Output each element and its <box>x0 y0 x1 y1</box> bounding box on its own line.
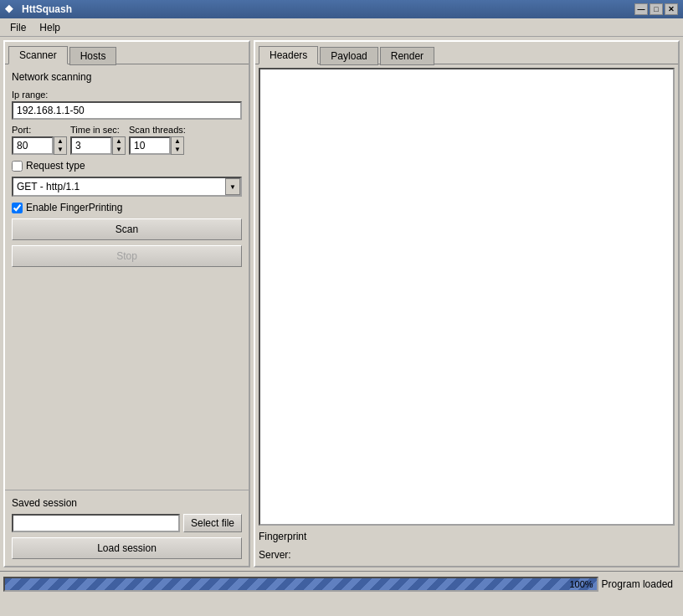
window-controls: — □ ✕ <box>634 3 678 15</box>
menu-help[interactable]: Help <box>33 20 67 35</box>
threads-down-button[interactable]: ▼ <box>172 146 183 154</box>
progress-bar-container: 100% <box>3 577 598 592</box>
tab-hosts[interactable]: Hosts <box>69 47 117 65</box>
main-window: Scanner Hosts Network scanning Ip range:… <box>0 37 683 571</box>
port-spinner: ▲ ▼ <box>12 136 67 155</box>
right-panel: Headers Payload Render Fingerprint Serve… <box>254 40 680 567</box>
ip-range-label: Ip range: <box>12 90 242 100</box>
minimize-button[interactable]: — <box>634 3 648 15</box>
threads-up-button[interactable]: ▲ <box>172 137 183 146</box>
saved-session-section: Saved session Select file Load session <box>5 490 249 566</box>
fingerprint-checkbox[interactable] <box>12 203 23 213</box>
right-tab-content: Fingerprint Server: <box>255 64 678 566</box>
threads-spinner: ▲ ▼ <box>129 136 186 155</box>
request-type-row: Request type <box>12 160 242 172</box>
tab-payload[interactable]: Payload <box>320 47 377 65</box>
time-down-button[interactable]: ▼ <box>113 146 125 154</box>
time-group: Time in sec: ▲ ▼ <box>70 125 126 155</box>
left-tab-bar: Scanner Hosts <box>5 42 249 64</box>
title-bar: ◆ HttSquash — □ ✕ <box>0 0 683 18</box>
ip-range-input[interactable] <box>12 101 242 120</box>
headers-text-area[interactable] <box>259 68 675 526</box>
left-panel: Scanner Hosts Network scanning Ip range:… <box>3 40 250 567</box>
scanner-tab-content: Network scanning Ip range: Port: ▲ ▼ <box>5 64 249 490</box>
fingerprint-row: Enable FingerPrinting <box>12 202 242 213</box>
load-session-button[interactable]: Load session <box>12 537 242 559</box>
progress-bar-fill <box>5 578 597 590</box>
server-label: Server: <box>259 549 300 561</box>
port-time-threads-row: Port: ▲ ▼ Time in sec: ▲ <box>12 125 242 155</box>
progress-text: 100% <box>569 579 593 589</box>
stop-button[interactable]: Stop <box>12 245 242 267</box>
port-down-button[interactable]: ▼ <box>54 146 66 154</box>
status-bar: 100% Program loaded <box>0 571 683 596</box>
port-input[interactable] <box>12 136 54 155</box>
request-type-checkbox[interactable] <box>12 161 23 172</box>
fingerprint-label: Enable FingerPrinting <box>26 202 122 213</box>
file-row: Select file <box>12 514 242 532</box>
saved-session-label: Saved session <box>12 497 242 509</box>
threads-spinner-btns: ▲ ▼ <box>171 136 184 155</box>
network-scanning-title: Network scanning <box>12 71 242 83</box>
menu-bar: File Help <box>0 18 683 37</box>
fingerprint-info-label: Fingerprint <box>259 531 317 542</box>
threads-group: Scan threads: ▲ ▼ <box>129 125 186 155</box>
window-title: HttSquash <box>22 3 72 15</box>
port-label: Port: <box>12 125 67 135</box>
right-tab-bar: Headers Payload Render <box>255 42 678 64</box>
tab-headers[interactable]: Headers <box>259 46 318 64</box>
file-path-input[interactable] <box>12 514 180 532</box>
threads-input[interactable] <box>129 136 171 155</box>
close-button[interactable]: ✕ <box>665 3 678 15</box>
server-row: Server: <box>259 547 675 562</box>
request-type-dropdown[interactable]: GET - http/1.1 <box>12 177 242 197</box>
app-icon: ◆ <box>5 3 18 16</box>
tab-scanner[interactable]: Scanner <box>8 46 68 64</box>
tab-render[interactable]: Render <box>380 47 434 65</box>
request-type-label: Request type <box>26 160 85 172</box>
threads-label: Scan threads: <box>129 125 186 135</box>
time-input[interactable] <box>70 136 112 155</box>
maximize-button[interactable]: □ <box>650 3 663 15</box>
menu-file[interactable]: File <box>3 20 33 35</box>
port-up-button[interactable]: ▲ <box>54 137 66 146</box>
title-left: ◆ HttSquash <box>5 3 72 16</box>
time-spinner-btns: ▲ ▼ <box>112 136 126 155</box>
port-group: Port: ▲ ▼ <box>12 125 67 155</box>
request-type-dropdown-container: GET - http/1.1 ▼ <box>12 177 242 197</box>
spacer <box>12 272 242 483</box>
ip-range-group: Ip range: <box>12 90 242 120</box>
status-text: Program loaded <box>602 578 680 590</box>
scan-button[interactable]: Scan <box>12 218 242 240</box>
fingerprint-info-row: Fingerprint <box>259 529 675 544</box>
time-label: Time in sec: <box>70 125 126 135</box>
select-file-button[interactable]: Select file <box>183 514 242 532</box>
time-spinner: ▲ ▼ <box>70 136 126 155</box>
port-spinner-btns: ▲ ▼ <box>54 136 67 155</box>
time-up-button[interactable]: ▲ <box>113 137 125 146</box>
